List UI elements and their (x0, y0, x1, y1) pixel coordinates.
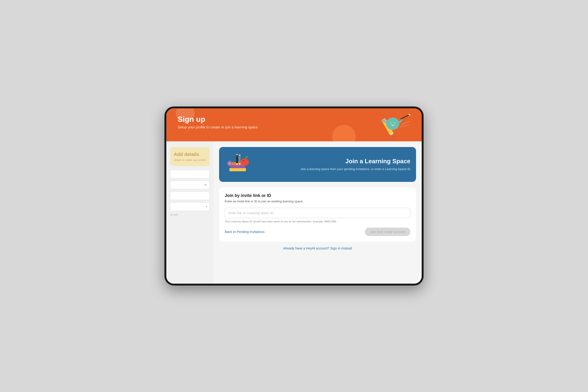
sidebar: Add details details to create your profi… (166, 141, 214, 284)
form-section: Join by invite link or ID Enter an invit… (219, 188, 416, 242)
blue-card-text: Join a Learning Space Join a learning sp… (264, 158, 410, 172)
svg-point-24 (240, 158, 249, 166)
svg-rect-20 (236, 154, 238, 155)
sidebar-input-1[interactable] (170, 170, 210, 178)
svg-rect-16 (231, 165, 245, 168)
sidebar-input-password[interactable]: 👁 (170, 181, 210, 189)
blue-card-description: Join a learning space from your pending … (264, 167, 410, 172)
svg-rect-21 (239, 154, 240, 163)
join-learning-space-card: Join a Learning Space Join a learning sp… (219, 147, 416, 182)
blue-card-title: Join a Learning Space (264, 158, 410, 165)
svg-line-13 (401, 121, 409, 125)
sidebar-dropdown[interactable]: ▾ (170, 202, 210, 211)
eye-icon: 👁 (204, 183, 207, 187)
svg-point-26 (245, 156, 248, 159)
tablet-inner: Sign up Setup your profile to create or … (166, 108, 422, 284)
svg-point-25 (242, 160, 245, 162)
sidebar-card-subtitle: details to create your profile (174, 158, 206, 161)
sidebar-bottom-text: ns and (170, 213, 210, 216)
join-create-account-button[interactable]: Join and create account (365, 228, 410, 236)
svg-line-14 (400, 125, 409, 127)
invite-link-input[interactable] (225, 208, 410, 218)
back-to-pending-button[interactable]: Back to Pending Invitations (225, 230, 264, 234)
input-hint: Your Learning Space ID should have been … (225, 220, 410, 223)
sidebar-input-3[interactable] (170, 192, 210, 200)
tablet-frame: Sign up Setup your profile to create or … (164, 106, 424, 286)
sidebar-add-details-card: Add details details to create your profi… (170, 147, 210, 166)
svg-rect-23 (239, 154, 240, 156)
signin-link[interactable]: Already have a HeyHi account? Sign in in… (219, 246, 416, 250)
section-description: Enter an invite link or ID to join an ex… (225, 200, 410, 203)
svg-line-9 (399, 120, 402, 122)
chevron-down-icon: ▾ (206, 205, 207, 208)
mascot-illustration (373, 111, 410, 137)
section-title: Join by invite link or ID (225, 193, 410, 198)
main-content: Add details details to create your profi… (166, 141, 422, 284)
form-actions: Back to Pending Invitations Join and cre… (225, 228, 410, 236)
right-panel: Join a Learning Space Join a learning sp… (214, 141, 422, 284)
header: Sign up Setup your profile to create or … (166, 108, 422, 141)
sidebar-card-title: Add details (174, 152, 206, 157)
svg-rect-15 (230, 168, 246, 171)
card-illustration (225, 153, 258, 176)
